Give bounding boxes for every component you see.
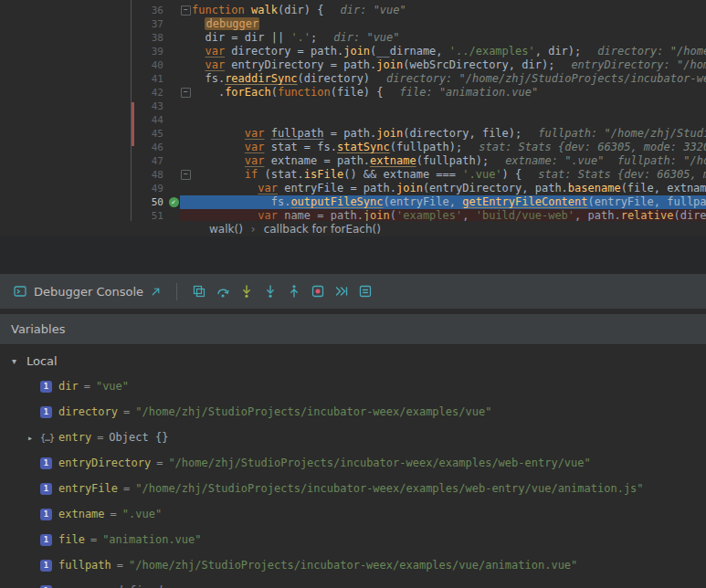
gutter-breakpoint-area[interactable] [167,86,180,100]
line-number[interactable]: 46 [132,141,167,154]
code-line[interactable]: 43 [0,100,706,113]
variable-row[interactable]: 1name=undefined [0,578,706,588]
evaluate-expression-icon[interactable] [353,280,377,302]
gutter-breakpoint-area[interactable] [167,45,180,58]
chevron-right-icon[interactable]: ▸ [27,433,40,443]
line-number[interactable]: 47 [132,154,167,168]
gutter-spacer [0,86,132,100]
code-line[interactable]: 36−function walk(dir) {dir: "vue" [0,4,706,17]
code-token: (entryDirectory, path. [423,182,568,194]
variable-row[interactable]: 1entryFile="/home/zhj/StudioProjects/inc… [0,476,706,501]
code-line[interactable]: 48− if (stat.isFile() && extname === '.v… [0,168,706,182]
gutter-spacer [0,141,132,154]
code-token: join [396,182,423,194]
vcs-change-stripe[interactable] [132,102,134,146]
code-line[interactable]: 42− .forEach(function(file) {file: "anim… [0,86,706,100]
gutter-breakpoint-area[interactable] [167,4,180,17]
variable-icon: 1 [40,585,52,588]
variable-row[interactable]: 1fullpath="/home/zhj/StudioProjects/incu… [0,552,706,578]
variable-row[interactable]: 1file="animation.vue" [0,527,706,552]
line-number[interactable]: 49 [132,182,167,195]
line-number[interactable]: 50 [132,195,167,209]
line-number[interactable]: 45 [132,127,167,141]
restore-layout-icon[interactable] [187,280,211,302]
chevron-down-icon[interactable]: ▾ [12,356,25,366]
gutter-breakpoint-area[interactable]: ✓ [167,195,180,209]
line-number[interactable]: 43 [132,100,167,113]
code-line[interactable]: 50✓ fs.outputFileSync(entryFile, getEntr… [0,195,706,209]
code-token: ( [271,86,278,99]
chevron-right-icon: › [251,223,256,236]
code-line[interactable]: 45 var fullpath = path.join(directory, f… [0,127,706,141]
fold-marker-icon[interactable]: − [181,170,191,180]
step-into-icon[interactable] [235,280,258,302]
line-number[interactable]: 41 [132,72,167,86]
open-in-new-icon[interactable] [150,286,162,298]
line-number[interactable]: 48 [132,168,167,182]
code-text: fs.readdirSync(directory)directory: "/ho… [192,72,706,86]
code-line[interactable]: 47 var extname = path.extname(fullpath);… [0,154,706,168]
code-token [264,127,270,140]
line-number[interactable]: 51 [132,209,167,221]
fold-marker-icon[interactable]: − [181,88,191,98]
breadcrumb: walk() › callback for forEach() [0,221,706,236]
run-to-cursor-icon[interactable] [330,280,353,302]
code-editor[interactable]: 36−function walk(dir) {dir: "vue"37 debu… [0,0,706,221]
variable-icon: 1 [40,381,52,393]
code-token: isFile [304,168,343,181]
code-line[interactable]: 37 debugger [0,17,706,31]
gutter-breakpoint-area[interactable] [167,58,180,72]
code-token [192,17,205,30]
breadcrumb-item-walk[interactable]: walk() [209,223,243,236]
variable-row[interactable]: 1dir="vue" [0,373,706,399]
gutter-breakpoint-area[interactable] [167,182,180,195]
variables-panel-header: Variables [0,314,706,345]
gutter-breakpoint-area[interactable] [167,113,180,127]
force-step-into-icon[interactable] [258,280,282,302]
code-line[interactable]: 49 var entryFile = path.join(entryDirect… [0,182,706,195]
gutter-breakpoint-area[interactable] [167,127,180,141]
gutter-breakpoint-area[interactable] [167,209,180,221]
gutter-breakpoint-area[interactable] [167,100,180,113]
code-line[interactable]: 41 fs.readdirSync(directory)directory: "… [0,72,706,86]
line-number[interactable]: 42 [132,86,167,100]
line-number[interactable]: 39 [132,45,167,58]
code-line[interactable]: 39 var directory = path.join(__dirname, … [0,45,706,58]
gutter-fold-area: − [180,168,192,182]
gutter-breakpoint-area[interactable] [167,141,180,154]
step-out-icon[interactable] [282,280,306,302]
line-number[interactable]: 37 [132,17,167,31]
code-line[interactable]: 40 var entryDirectory = path.join(webSrc… [0,58,706,72]
gutter-breakpoint-area[interactable] [167,17,180,31]
gutter-breakpoint-area[interactable] [167,31,180,45]
code-token [192,168,245,181]
code-line[interactable]: 38 dir = dir || '.';dir: "vue" [0,31,706,45]
code-line[interactable]: 51 var name = path.join('examples', 'bui… [0,209,706,221]
breadcrumb-item-callback[interactable]: callback for forEach() [264,223,381,236]
line-number[interactable]: 44 [132,113,167,127]
variables-scope-row[interactable]: ▾Local [0,348,706,373]
variable-row[interactable]: 1extname=".vue" [0,501,706,527]
code-token: '../examples' [449,45,535,58]
variable-row[interactable]: 1directory="/home/zhj/StudioProjects/inc… [0,399,706,425]
code-token: forEach [225,86,271,99]
variable-row[interactable]: 1entryDirectory="/home/zhj/StudioProject… [0,450,706,476]
fold-marker-icon[interactable]: − [181,5,191,16]
gutter-breakpoint-area[interactable] [167,154,180,168]
gutter-spacer [0,113,132,127]
gutter-breakpoint-area[interactable] [167,72,180,86]
code-line[interactable]: 46 var stat = fs.statSync(fullpath);stat… [0,141,706,154]
line-number[interactable]: 40 [132,58,167,72]
breakpoint-hit-icon[interactable]: ✓ [169,197,179,207]
view-breakpoints-icon[interactable] [306,280,330,302]
gutter-breakpoint-area[interactable] [167,168,180,182]
variables-tree[interactable]: ▾Local1dir="vue"1directory="/home/zhj/St… [0,345,706,588]
step-over-icon[interactable] [211,280,235,302]
tab-debugger-console[interactable]: Debugger Console [8,284,166,299]
code-line[interactable]: 44 [0,113,706,127]
variable-value: undefined [102,584,162,588]
line-number[interactable]: 36 [132,4,167,17]
variable-row[interactable]: ▸{…}entry=Object {} [0,425,706,450]
line-number[interactable]: 38 [132,31,167,45]
gutter-fold-area [180,195,192,209]
